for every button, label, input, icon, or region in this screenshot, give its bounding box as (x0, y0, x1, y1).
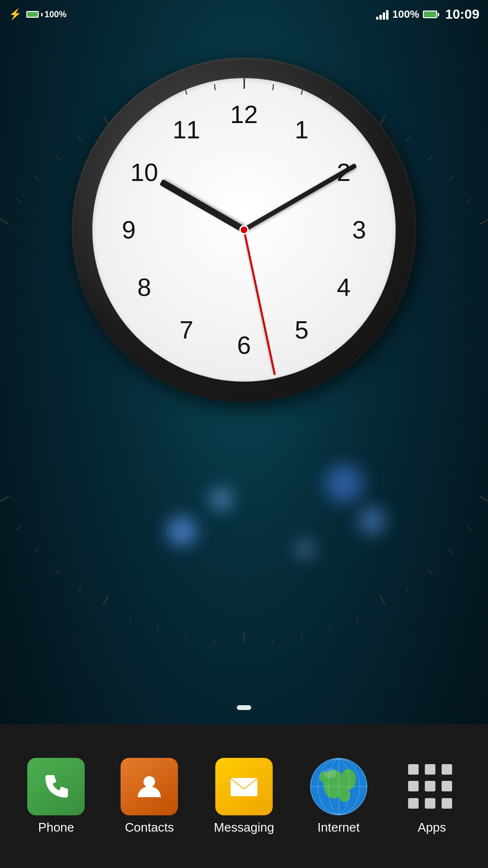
internet-icon (310, 758, 367, 815)
contacts-label: Contacts (125, 820, 174, 835)
usb-icon: ⚡ (9, 8, 22, 21)
bokeh-4 (359, 507, 385, 534)
clock-outer: 121234567891011 (72, 57, 416, 402)
svg-point-0 (144, 776, 155, 788)
page-indicator (237, 705, 251, 710)
phone-icon (27, 758, 85, 815)
messaging-label: Messaging (214, 820, 274, 835)
time-display: 10:09 (445, 7, 479, 22)
bokeh-5 (297, 541, 313, 558)
phone-label: Phone (38, 820, 74, 835)
second-hand (243, 230, 276, 375)
hour-hand (159, 179, 245, 233)
status-right: 100% 10:09 (376, 7, 479, 22)
center-dot (239, 225, 249, 235)
battery-percent-small: 100% (44, 10, 67, 20)
apps-label: Apps (418, 820, 446, 835)
apps-icon (403, 758, 461, 815)
status-left: ⚡ 100% (9, 8, 67, 21)
dock-item-apps[interactable]: Apps (403, 758, 461, 835)
clock-hands (92, 78, 396, 382)
svg-point-5 (339, 789, 350, 802)
dock-item-contacts[interactable]: Contacts (121, 758, 178, 835)
bokeh-1 (167, 517, 196, 546)
dock-item-messaging[interactable]: Messaging (214, 758, 274, 835)
battery-small: 100% (26, 10, 67, 20)
status-bar: ⚡ 100% 100% 10:09 (0, 0, 488, 29)
clock-widget: 121234567891011 (72, 57, 416, 402)
dock-item-internet[interactable]: Internet (310, 758, 367, 835)
page-dot-active (237, 705, 251, 710)
clock-face: 121234567891011 (92, 78, 396, 382)
dock-item-phone[interactable]: Phone (27, 758, 85, 835)
bokeh-2 (211, 488, 232, 510)
internet-label: Internet (318, 820, 360, 835)
contacts-icon (121, 758, 178, 815)
svg-point-12 (323, 768, 337, 778)
battery-percent: 100% (392, 8, 419, 21)
messaging-icon (215, 758, 273, 815)
battery-icon (423, 11, 439, 18)
dock: Phone Contacts Messaging (0, 724, 488, 868)
minute-hand (243, 163, 357, 232)
bokeh-3 (325, 464, 364, 503)
signal-icon (376, 9, 388, 20)
